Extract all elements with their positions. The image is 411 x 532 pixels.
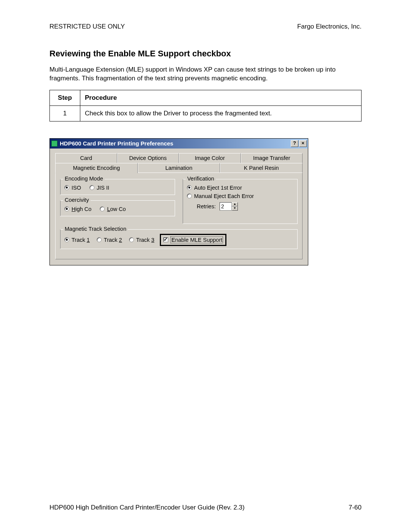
titlebar[interactable]: HDP600 Card Printer Printing Preferences…	[50, 139, 308, 149]
tab-lamination[interactable]: Lamination	[138, 163, 220, 173]
spinner-up-icon[interactable]: ▲	[232, 202, 238, 206]
dialog-title: HDP600 Card Printer Printing Preferences	[60, 140, 290, 147]
help-button[interactable]: ?	[291, 140, 298, 147]
th-procedure: Procedure	[80, 90, 362, 105]
close-button[interactable]: ×	[299, 140, 307, 147]
th-step: Step	[50, 90, 80, 105]
group-track-selection: Magnetic Track Selection Track 1 Track 2	[60, 229, 298, 249]
radio-dot-icon	[187, 185, 192, 190]
app-icon	[51, 141, 57, 147]
table-row: 1 Check this box to allow the Driver to …	[50, 105, 362, 121]
header-left: RESTRICTED USE ONLY	[49, 23, 125, 30]
radio-dot-icon	[64, 206, 69, 211]
radio-dot-icon	[187, 193, 192, 198]
radio-auto-eject[interactable]: Auto Eject 1st Error	[187, 185, 242, 191]
radio-manual-eject-label: Manual Eject Each Error	[194, 193, 254, 199]
radio-iso[interactable]: ISO	[64, 185, 81, 191]
tab-card[interactable]: Card	[55, 153, 117, 163]
retries-input[interactable]	[220, 202, 232, 211]
legend-coercivity: Coercivity	[63, 197, 91, 203]
radio-dot-icon	[89, 185, 94, 190]
section-title: Reviewing the Enable MLE Support checkbo…	[49, 49, 362, 59]
legend-encoding-mode: Encoding Mode	[63, 176, 105, 182]
tab-page-magnetic-encoding: Encoding Mode ISO JIS II	[55, 173, 303, 259]
radio-jis[interactable]: JIS II	[89, 185, 109, 191]
radio-track3[interactable]: Track 3	[129, 237, 155, 243]
radio-track3-label: Track 3	[136, 237, 155, 243]
group-coercivity: Coercivity High Co Low Co	[60, 200, 175, 216]
radio-dot-icon	[97, 237, 102, 242]
radio-track2-label: Track 2	[104, 237, 122, 243]
enable-mle-label: Enable MLE Support	[170, 236, 223, 243]
steps-table: Step Procedure 1 Check this box to allow…	[49, 90, 362, 121]
radio-iso-label: ISO	[72, 185, 81, 191]
radio-high-co-label: High Co	[72, 206, 91, 212]
radio-jis-label: JIS II	[97, 185, 109, 191]
header-right: Fargo Electronics, Inc.	[297, 23, 362, 30]
tab-device-options[interactable]: Device Options	[117, 153, 179, 163]
tab-k-panel-resin[interactable]: K Panel Resin	[220, 163, 303, 173]
radio-dot-icon	[100, 206, 105, 211]
radio-low-co-label: Low Co	[107, 206, 126, 212]
printing-prefs-dialog: HDP600 Card Printer Printing Preferences…	[49, 138, 308, 265]
radio-dot-icon	[64, 185, 69, 190]
spinner-down-icon[interactable]: ▼	[232, 206, 238, 211]
radio-low-co[interactable]: Low Co	[100, 206, 126, 212]
footer-left: HDP600 High Definition Card Printer/Enco…	[49, 504, 245, 511]
footer-right: 7-60	[349, 504, 362, 511]
radio-auto-eject-label: Auto Eject 1st Error	[194, 185, 242, 191]
radio-manual-eject[interactable]: Manual Eject Each Error	[187, 193, 254, 199]
section-body: Multi-Language Extension (MLE) support i…	[49, 66, 362, 83]
tab-image-transfer[interactable]: Image Transfer	[241, 153, 303, 163]
radio-dot-icon	[129, 237, 134, 242]
tab-image-color[interactable]: Image Color	[179, 153, 241, 163]
group-verification: Verification Auto Eject 1st Error Manual…	[183, 179, 298, 224]
radio-track1[interactable]: Track 1	[64, 237, 90, 243]
legend-track-selection: Magnetic Track Selection	[63, 226, 128, 232]
radio-track1-label: Track 1	[72, 237, 90, 243]
retries-label: Retries:	[197, 203, 216, 209]
enable-mle-highlight: Enable MLE Support	[161, 235, 225, 245]
cell-procedure: Check this box to allow the Driver to pr…	[80, 105, 362, 121]
group-encoding-mode: Encoding Mode ISO JIS II	[60, 179, 175, 195]
radio-track2[interactable]: Track 2	[97, 237, 122, 243]
cell-step: 1	[50, 105, 80, 121]
enable-mle-checkbox[interactable]	[163, 237, 168, 242]
radio-dot-icon	[64, 237, 69, 242]
legend-verification: Verification	[186, 176, 216, 182]
radio-high-co[interactable]: High Co	[64, 206, 91, 212]
tab-magnetic-encoding[interactable]: Magnetic Encoding	[55, 163, 138, 173]
